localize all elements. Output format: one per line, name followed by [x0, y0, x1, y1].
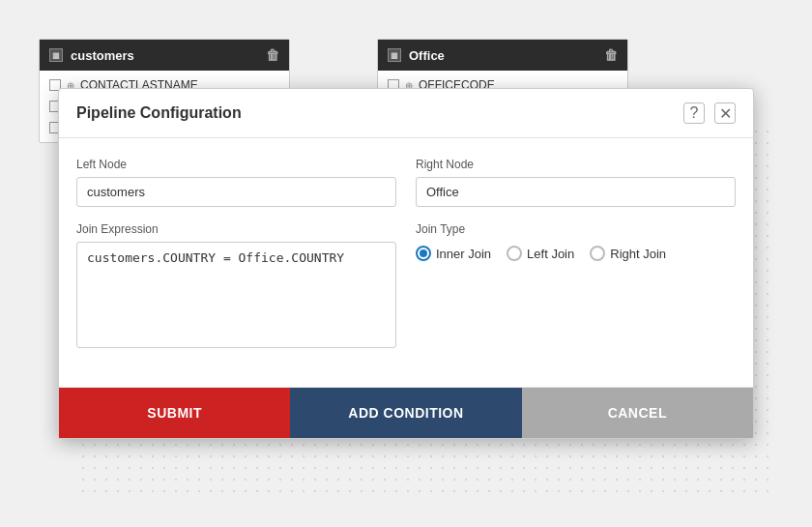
cancel-button[interactable]: CANCEL [522, 388, 753, 438]
radio-left-join[interactable]: Left Join [507, 246, 574, 261]
join-expression-textarea[interactable]: customers.COUNTRY = Office.COUNTRY [76, 242, 396, 348]
join-type-group: Join Type Inner Join Left Join Right [416, 222, 736, 352]
node-row: Left Node Right Node [76, 158, 736, 207]
help-icon: ? [690, 104, 699, 122]
submit-button[interactable]: SUBMIT [59, 388, 290, 438]
modal-title: Pipeline Configuration [76, 104, 242, 122]
modal-header-icons: ? ✕ [683, 102, 736, 124]
left-node-group: Left Node [76, 158, 396, 207]
join-row: Join Expression customers.COUNTRY = Offi… [76, 222, 736, 352]
modal-header: Pipeline Configuration ? ✕ [59, 89, 753, 138]
inner-join-label: Inner Join [436, 247, 491, 261]
add-condition-button[interactable]: ADD CONDITION [290, 388, 521, 438]
right-node-input[interactable] [416, 177, 736, 207]
radio-left-join-circle [507, 246, 522, 261]
help-button[interactable]: ? [683, 102, 705, 124]
modal-overlay: Pipeline Configuration ? ✕ Left Node Rig… [0, 0, 812, 527]
radio-inner-join[interactable]: Inner Join [416, 246, 491, 261]
modal-body: Left Node Right Node Join Expression cus… [59, 138, 753, 387]
radio-inner-join-circle [416, 246, 431, 261]
close-button[interactable]: ✕ [714, 102, 736, 124]
pipeline-config-modal: Pipeline Configuration ? ✕ Left Node Rig… [58, 88, 754, 439]
join-expression-group: Join Expression customers.COUNTRY = Offi… [76, 222, 396, 352]
left-node-input[interactable] [76, 177, 396, 207]
close-icon: ✕ [719, 104, 732, 123]
join-expression-label: Join Expression [76, 222, 396, 236]
join-type-options: Inner Join Left Join Right Join [416, 246, 736, 261]
left-node-label: Left Node [76, 158, 396, 171]
join-type-label: Join Type [416, 222, 736, 236]
radio-right-join[interactable]: Right Join [590, 246, 666, 261]
left-join-label: Left Join [527, 247, 574, 261]
right-node-label: Right Node [416, 158, 736, 171]
right-join-label: Right Join [610, 247, 666, 261]
modal-footer: SUBMIT ADD CONDITION CANCEL [59, 387, 753, 438]
radio-right-join-circle [590, 246, 605, 261]
right-node-group: Right Node [416, 158, 736, 207]
